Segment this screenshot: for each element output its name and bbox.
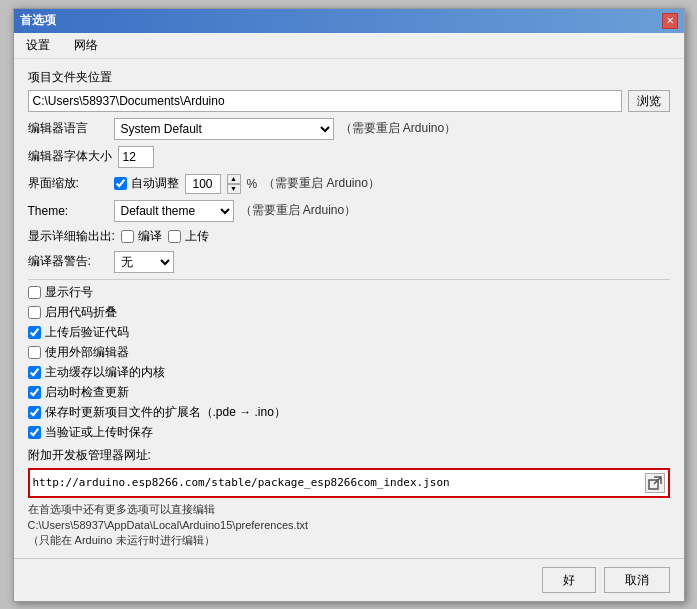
cache-core-label: 主动缓存以编译的内核 [45,364,165,381]
checkbox-row-show-line: 显示行号 [28,284,670,301]
scale-down-button[interactable]: ▼ [227,184,241,194]
checkboxes-section: 显示行号 启用代码折叠 上传后验证代码 使用外部编辑器 主动缓存以编译的内核 启… [28,284,670,441]
compiler-warning-row: 编译器警告: 无 [28,251,670,273]
cache-core-checkbox[interactable] [28,366,41,379]
save-verify-checkbox[interactable] [28,426,41,439]
scale-unit: % [247,177,258,191]
editor-language-select[interactable]: System Default [114,118,334,140]
bottom-buttons: 好 取消 [14,558,684,601]
verbose-compile-checkbox[interactable] [121,230,134,243]
editor-font-size-row: 编辑器字体大小 [28,146,670,168]
checkbox-row-save-verify: 当验证或上传时保存 [28,424,670,441]
ok-button[interactable]: 好 [542,567,596,593]
scale-row: 界面缩放: 自动调整 ▲ ▼ % （需要重启 Arduino） [28,174,670,194]
compiler-warning-select[interactable]: 无 [114,251,174,273]
menu-bar: 设置 网络 [14,33,684,59]
menu-settings[interactable]: 设置 [18,35,58,56]
preferences-dialog: 首选项 ✕ 设置 网络 项目文件夹位置 浏览 编辑器语言 System Defa… [13,8,685,602]
show-line-label: 显示行号 [45,284,93,301]
editor-language-label: 编辑器语言 [28,120,108,137]
info-text: 在首选项中还有更多选项可以直接编辑 [28,502,670,517]
theme-select[interactable]: Default theme [114,200,234,222]
verbose-label: 显示详细输出出: [28,228,115,245]
close-button[interactable]: ✕ [662,13,678,29]
editor-font-size-input[interactable] [118,146,154,168]
editor-language-hint: （需要重启 Arduino） [340,120,457,137]
scale-auto-checkbox[interactable] [114,177,127,190]
theme-hint: （需要重启 Arduino） [240,202,357,219]
checkbox-row-verify-upload: 上传后验证代码 [28,324,670,341]
boards-manager-input[interactable] [33,473,641,493]
prefs-path: C:\Users\58937\AppData\Local\Arduino15\p… [28,519,670,531]
cancel-button[interactable]: 取消 [604,567,670,593]
checkbox-row-check-update: 启动时检查更新 [28,384,670,401]
checkbox-row-code-fold: 启用代码折叠 [28,304,670,321]
external-editor-checkbox[interactable] [28,346,41,359]
project-folder-label: 项目文件夹位置 [28,69,670,86]
verbose-upload-label: 上传 [168,228,209,245]
save-ext-label: 保存时更新项目文件的扩展名（.pde → .ino） [45,404,286,421]
checkbox-row-save-ext: 保存时更新项目文件的扩展名（.pde → .ino） [28,404,670,421]
boards-manager-icon-button[interactable] [645,473,665,493]
verbose-compile-label: 编译 [121,228,162,245]
browse-button[interactable]: 浏览 [628,90,670,112]
code-fold-checkbox[interactable] [28,306,41,319]
boards-manager-label: 附加开发板管理器网址: [28,447,670,464]
editor-language-row: 编辑器语言 System Default （需要重启 Arduino） [28,118,670,140]
verify-upload-checkbox[interactable] [28,326,41,339]
compiler-warning-label: 编译器警告: [28,253,108,270]
theme-row: Theme: Default theme （需要重启 Arduino） [28,200,670,222]
project-folder-row: 浏览 [28,90,670,112]
theme-label: Theme: [28,204,108,218]
scale-spinners: ▲ ▼ [227,174,241,194]
checkbox-row-external-editor: 使用外部编辑器 [28,344,670,361]
dialog-title: 首选项 [20,12,56,29]
project-folder-input[interactable] [28,90,622,112]
verbose-row: 显示详细输出出: 编译 上传 [28,228,670,245]
divider1 [28,279,670,280]
editor-font-size-label: 编辑器字体大小 [28,148,112,165]
save-ext-checkbox[interactable] [28,406,41,419]
prefs-note: （只能在 Arduino 未运行时进行编辑） [28,533,670,548]
scale-auto-label: 自动调整 [114,175,179,192]
boards-input-row [28,468,670,498]
code-fold-label: 启用代码折叠 [45,304,117,321]
check-update-label: 启动时检查更新 [45,384,129,401]
scale-label: 界面缩放: [28,175,108,192]
external-link-icon [648,476,662,490]
checkbox-row-cache-core: 主动缓存以编译的内核 [28,364,670,381]
check-update-checkbox[interactable] [28,386,41,399]
external-editor-label: 使用外部编辑器 [45,344,129,361]
menu-network[interactable]: 网络 [66,35,106,56]
boards-manager-section: 附加开发板管理器网址: 在首选项中还有更多选项可以直接编辑 C:\Users\5… [28,447,670,548]
title-bar: 首选项 ✕ [14,9,684,33]
content-area: 项目文件夹位置 浏览 编辑器语言 System Default （需要重启 Ar… [14,59,684,558]
scale-up-button[interactable]: ▲ [227,174,241,184]
verify-upload-label: 上传后验证代码 [45,324,129,341]
verbose-upload-checkbox[interactable] [168,230,181,243]
scale-hint: （需要重启 Arduino） [263,175,380,192]
scale-input[interactable] [185,174,221,194]
show-line-checkbox[interactable] [28,286,41,299]
save-verify-label: 当验证或上传时保存 [45,424,153,441]
